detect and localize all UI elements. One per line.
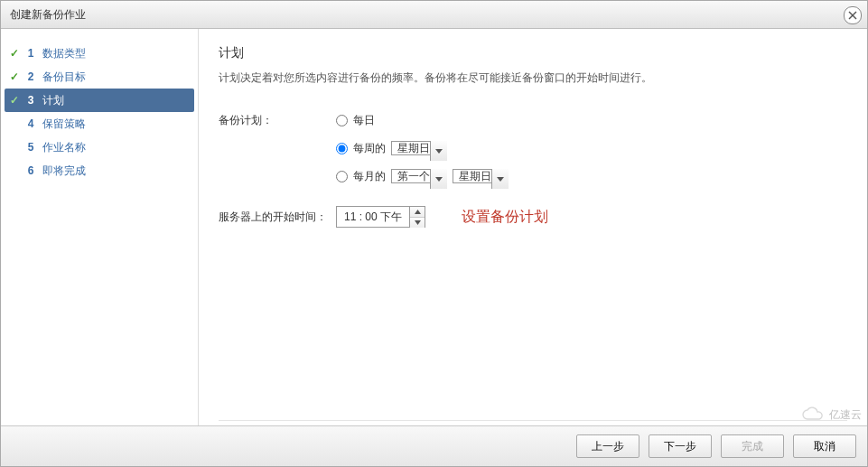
step-label: 计划 (42, 93, 64, 108)
step-label: 备份目标 (42, 70, 86, 85)
radio-monthly-input[interactable] (336, 171, 348, 182)
schedule-label: 备份计划： (219, 113, 336, 128)
monthly-day-value: 星期日 (453, 169, 509, 183)
monthly-ordinal-value: 第一个 (391, 169, 447, 183)
step-number: 3 (24, 94, 37, 107)
step-label: 作业名称 (42, 140, 86, 155)
annotation-text: 设置备份计划 (462, 208, 548, 227)
step-label: 保留策略 (42, 117, 86, 132)
dialog-body: ✓ 1 数据类型 ✓ 2 备份目标 ✓ 3 计划 ✓ 4 保留策略 ✓ 5 (1, 29, 867, 426)
step-retention[interactable]: ✓ 4 保留策略 (1, 112, 198, 135)
monthly-day-select[interactable]: 星期日 (453, 169, 509, 184)
dialog-footer: 上一步 下一步 完成 取消 (1, 425, 867, 466)
step-label: 数据类型 (42, 46, 86, 61)
check-icon: ✓ (8, 70, 21, 83)
step-number: 6 (24, 164, 37, 177)
step-number: 4 (24, 117, 37, 130)
start-time-row: 服务器上的开始时间： 11 : 00 下午 设置备份计划 (219, 206, 847, 228)
schedule-row: 备份计划： 每日 每周的 星期日 (219, 113, 847, 184)
back-button[interactable]: 上一步 (576, 434, 639, 458)
monthly-ordinal-select[interactable]: 第一个 (391, 169, 447, 184)
start-time-label: 服务器上的开始时间： (219, 210, 336, 225)
check-icon: ✓ (8, 94, 21, 107)
start-time-value: 11 : 00 下午 (337, 210, 409, 225)
radio-daily[interactable]: 每日 (336, 113, 509, 128)
step-number: 1 (24, 47, 37, 60)
spinner-down-button[interactable] (410, 218, 425, 228)
check-icon: ✓ (8, 47, 21, 60)
step-data-type[interactable]: ✓ 1 数据类型 (1, 42, 198, 65)
schedule-radio-group: 每日 每周的 星期日 每月的 第一个 (336, 113, 509, 184)
time-spinner (409, 207, 425, 228)
weekly-day-select[interactable]: 星期日 (391, 141, 447, 156)
content-separator (219, 420, 847, 421)
spinner-up-button[interactable] (410, 207, 425, 218)
radio-daily-input[interactable] (336, 115, 348, 126)
radio-weekly[interactable]: 每周的 星期日 (336, 141, 509, 156)
dialog-window: 创建新备份作业 ✓ 1 数据类型 ✓ 2 备份目标 ✓ 3 计划 ✓ (0, 0, 868, 467)
chevron-down-icon (415, 220, 421, 225)
svg-marker-6 (415, 220, 421, 225)
radio-daily-label: 每日 (353, 113, 375, 128)
titlebar: 创建新备份作业 (1, 1, 867, 29)
start-time-input[interactable]: 11 : 00 下午 (336, 206, 425, 228)
window-title: 创建新备份作业 (10, 8, 86, 21)
radio-weekly-label: 每周的 (353, 141, 386, 156)
page-description: 计划决定着对您所选内容进行备份的频率。备份将在尽可能接近备份窗口的开始时间进行。 (219, 70, 847, 86)
step-ready[interactable]: ✓ 6 即将完成 (1, 159, 198, 182)
page-title: 计划 (219, 45, 847, 61)
content-pane: 计划 计划决定着对您所选内容进行备份的频率。备份将在尽可能接近备份窗口的开始时间… (199, 29, 867, 426)
step-job-name[interactable]: ✓ 5 作业名称 (1, 135, 198, 159)
radio-monthly-label: 每月的 (353, 169, 386, 184)
radio-monthly[interactable]: 每月的 第一个 星期日 (336, 169, 509, 184)
svg-marker-5 (415, 210, 421, 214)
close-button[interactable] (844, 6, 862, 24)
step-number: 5 (24, 141, 37, 154)
close-icon (845, 7, 861, 23)
next-button[interactable]: 下一步 (649, 434, 712, 458)
step-schedule[interactable]: ✓ 3 计划 (5, 89, 194, 112)
cancel-button[interactable]: 取消 (793, 434, 856, 458)
chevron-up-icon (415, 210, 421, 214)
weekly-day-value: 星期日 (391, 141, 447, 155)
wizard-sidebar: ✓ 1 数据类型 ✓ 2 备份目标 ✓ 3 计划 ✓ 4 保留策略 ✓ 5 (1, 29, 199, 426)
step-number: 2 (24, 70, 37, 83)
step-backup-target[interactable]: ✓ 2 备份目标 (1, 65, 198, 89)
radio-weekly-input[interactable] (336, 143, 348, 154)
step-label: 即将完成 (42, 163, 86, 179)
finish-button[interactable]: 完成 (721, 434, 784, 458)
